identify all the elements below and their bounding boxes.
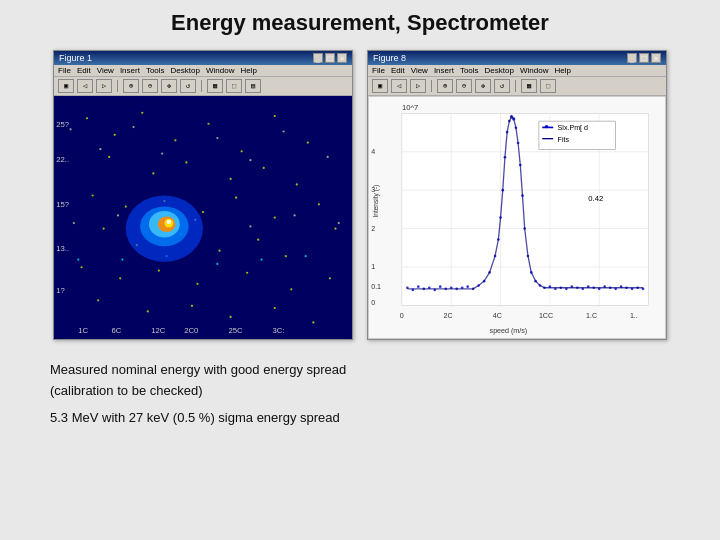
svg-text:3C:: 3C: [273, 326, 285, 335]
fig2-toolbar-btn-9[interactable]: ⬚ [540, 79, 556, 93]
toolbar-btn-7[interactable]: ↺ [180, 79, 196, 93]
menu-window[interactable]: Window [206, 66, 234, 75]
svg-point-97 [439, 285, 442, 288]
fig2-menu-tools[interactable]: Tools [460, 66, 479, 75]
toolbar-btn-1[interactable]: ▣ [58, 79, 74, 93]
svg-text:0: 0 [371, 299, 375, 307]
toolbar-sep-2 [201, 80, 202, 92]
svg-text:Slx.Pm[ d: Slx.Pm[ d [558, 124, 588, 132]
svg-text:2: 2 [371, 225, 375, 233]
svg-point-21 [318, 203, 320, 205]
svg-point-54 [249, 225, 251, 227]
svg-point-25 [218, 250, 220, 252]
menu-help[interactable]: Help [240, 66, 256, 75]
svg-point-56 [338, 222, 340, 224]
svg-text:Intensity (-): Intensity (-) [372, 185, 380, 218]
svg-text:1..: 1.. [630, 312, 638, 320]
figure1-titlebar: Figure 1 _ □ × [54, 51, 352, 65]
fig2-menu-edit[interactable]: Edit [391, 66, 405, 75]
fig2-toolbar-btn-2[interactable]: ◁ [391, 79, 407, 93]
svg-point-35 [329, 277, 331, 279]
figure2-close-btn[interactable]: × [651, 53, 661, 63]
figure1-title-buttons: _ □ × [313, 53, 347, 63]
svg-point-44 [132, 126, 134, 128]
svg-text:0.42: 0.42 [588, 194, 603, 203]
menu-view[interactable]: View [97, 66, 114, 75]
fig2-menu-view[interactable]: View [411, 66, 428, 75]
close-btn[interactable]: × [337, 53, 347, 63]
figure1-toolbar: ▣ ◁ ▷ ⊕ ⊖ ✥ ↺ ▦ ⬚ ▤ [54, 77, 352, 96]
svg-text:13..: 13.. [56, 244, 69, 253]
figures-row: Figure 1 _ □ × File Edit View Insert Too… [20, 50, 700, 340]
svg-point-51 [117, 214, 119, 216]
svg-point-12 [229, 178, 231, 180]
svg-point-6 [241, 150, 243, 152]
svg-text:Fits: Fits [558, 136, 570, 144]
svg-text:1: 1 [371, 263, 375, 271]
minimize-btn[interactable]: _ [313, 53, 323, 63]
fig2-toolbar-btn-4[interactable]: ⊕ [437, 79, 453, 93]
svg-point-34 [290, 288, 292, 290]
menu-edit[interactable]: Edit [77, 66, 91, 75]
fig2-toolbar-btn-8[interactable]: ▦ [521, 79, 537, 93]
menu-insert[interactable]: Insert [120, 66, 140, 75]
svg-point-48 [282, 130, 284, 132]
svg-point-14 [296, 183, 298, 185]
toolbar-btn-8[interactable]: ▦ [207, 79, 223, 93]
toolbar-btn-10[interactable]: ▤ [245, 79, 261, 93]
maximize-btn[interactable]: □ [325, 53, 335, 63]
description-line1: Measured nominal energy with good energy… [50, 360, 670, 381]
menu-file[interactable]: File [58, 66, 71, 75]
svg-text:15?: 15? [56, 200, 69, 209]
menu-tools[interactable]: Tools [146, 66, 165, 75]
svg-text:0: 0 [400, 312, 404, 320]
toolbar-btn-2[interactable]: ◁ [77, 79, 93, 93]
fig2-toolbar-btn-7[interactable]: ↺ [494, 79, 510, 93]
toolbar-btn-6[interactable]: ✥ [161, 79, 177, 93]
figure1-title-label: Figure 1 [59, 53, 92, 63]
svg-point-4 [174, 139, 176, 141]
svg-point-58 [121, 258, 123, 260]
svg-point-57 [77, 258, 79, 260]
figure2-plot: 10^7 [368, 96, 666, 339]
svg-point-62 [305, 255, 307, 257]
toolbar-btn-9[interactable]: ⬚ [226, 79, 242, 93]
page-container: Energy measurement, Spectrometer Figure … [0, 0, 720, 540]
svg-text:4C: 4C [493, 312, 502, 320]
fig2-menu-insert[interactable]: Insert [434, 66, 454, 75]
svg-text:1.C: 1.C [586, 312, 597, 320]
fig2-toolbar-btn-5[interactable]: ⊖ [456, 79, 472, 93]
svg-point-13 [263, 167, 265, 169]
svg-point-26 [257, 239, 259, 241]
figure2-minimize-btn[interactable]: _ [627, 53, 637, 63]
figure2-maximize-btn[interactable]: □ [639, 53, 649, 63]
svg-point-40 [274, 307, 276, 309]
fig2-toolbar-btn-6[interactable]: ✥ [475, 79, 491, 93]
svg-point-68 [167, 220, 171, 224]
menu-desktop[interactable]: Desktop [171, 66, 200, 75]
fig2-menu-file[interactable]: File [372, 66, 385, 75]
fig2-toolbar-btn-3[interactable]: ▷ [410, 79, 426, 93]
toolbar-btn-5[interactable]: ⊖ [142, 79, 158, 93]
toolbar-btn-4[interactable]: ⊕ [123, 79, 139, 93]
svg-point-27 [285, 255, 287, 257]
fig2-menu-window[interactable]: Window [520, 66, 548, 75]
description-area: Measured nominal energy with good energy… [20, 356, 700, 432]
svg-text:12C: 12C [151, 326, 166, 335]
figure2-title-buttons: _ □ × [627, 53, 661, 63]
svg-text:2C0: 2C0 [184, 326, 198, 335]
figure2-window: Figure 8 _ □ × File Edit View Insert Too… [367, 50, 667, 340]
svg-point-30 [119, 277, 121, 279]
fig2-toolbar-btn-1[interactable]: ▣ [372, 79, 388, 93]
figure2-title-label: Figure 8 [373, 53, 406, 63]
fig2-menu-help[interactable]: Help [554, 66, 570, 75]
svg-point-61 [260, 258, 262, 260]
svg-point-32 [196, 283, 198, 285]
toolbar-btn-3[interactable]: ▷ [96, 79, 112, 93]
svg-point-5 [207, 123, 209, 125]
svg-point-10 [152, 172, 154, 174]
fig2-menu-desktop[interactable]: Desktop [485, 66, 514, 75]
description-line3: 5.3 MeV with 27 keV (0.5 %) sigma energy… [50, 408, 670, 429]
svg-text:1?: 1? [56, 286, 65, 295]
figure1-svg: 25? 22.. 15? 13.. 1? 1C 6C 12C 2C0 25C 3… [54, 96, 352, 339]
